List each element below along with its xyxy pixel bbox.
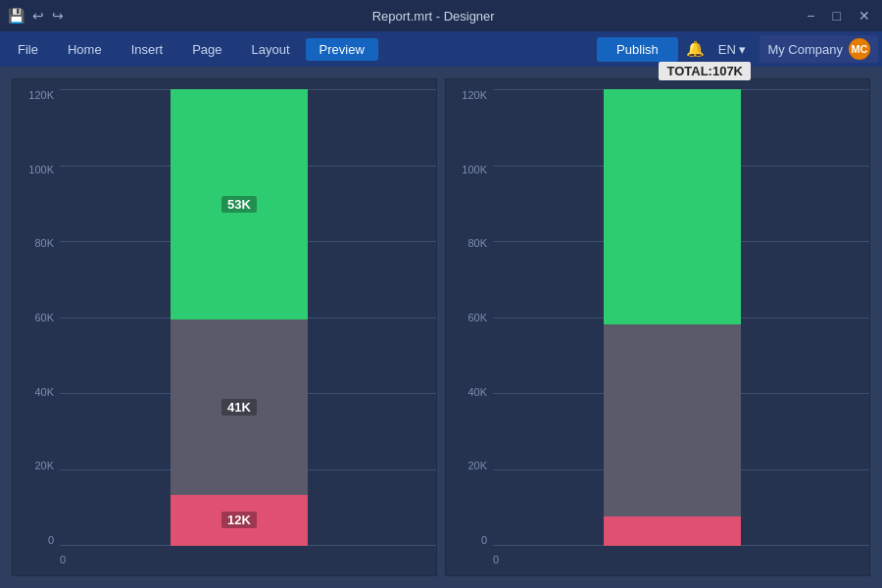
y-axis-1: 0 20K 40K 60K 80K 100K 120K [13, 89, 60, 546]
title-bar: 💾 ↩ ↪ Report.mrt - Designer − □ ✕ [0, 0, 882, 31]
maximize-button[interactable]: □ [829, 8, 845, 24]
bar-label-red-1: 12K [221, 512, 257, 528]
menu-page[interactable]: Page [178, 38, 235, 61]
y-label-100k-2: 100K [446, 164, 493, 175]
x-axis-zero-1: 0 [60, 554, 66, 565]
y-label-60k-2: 60K [446, 312, 493, 323]
company-name: My Company [767, 42, 843, 57]
total-tooltip: TOTAL:107K [659, 62, 751, 80]
bar-segment-green-2 [604, 89, 741, 324]
y-label-120k-2: 120K [446, 89, 493, 101]
chart-panel-1: 0 20K 40K 60K 80K 100K 120K 12K [12, 78, 437, 576]
main-content: 0 20K 40K 60K 80K 100K 120K 12K [0, 67, 882, 588]
bar-stack-1: 12K 41K 53K [171, 89, 308, 546]
y-label-0k: 0 [13, 534, 60, 546]
avatar: MC [849, 38, 870, 60]
undo-icon[interactable]: ↩ [32, 8, 44, 24]
window-buttons: − □ ✕ [803, 8, 874, 24]
menu-insert[interactable]: Insert [118, 38, 177, 61]
minimize-button[interactable]: − [803, 8, 818, 24]
x-axis-zero-2: 0 [493, 554, 499, 565]
y-label-20k-2: 20K [446, 460, 493, 471]
y-label-20k: 20K [13, 460, 60, 471]
y-label-60k: 60K [13, 312, 60, 323]
y-label-120k: 120K [13, 89, 60, 101]
bar-area-1: 12K 41K 53K [62, 89, 416, 546]
y-label-40k-2: 40K [446, 386, 493, 398]
bar-segment-gray-1: 41K [171, 319, 308, 494]
close-button[interactable]: ✕ [855, 8, 874, 24]
menu-preview[interactable]: Preview [306, 38, 378, 61]
y-label-40k: 40K [13, 386, 60, 398]
y-label-80k-2: 80K [446, 237, 493, 249]
bar-label-gray-1: 41K [221, 399, 257, 416]
y-axis-2: 0 20K 40K 60K 80K 100K 120K [446, 89, 493, 546]
save-icon[interactable]: 💾 [8, 8, 24, 24]
bar-stack-2: TOTAL:107K [604, 89, 741, 546]
y-label-0k-2: 0 [446, 534, 493, 546]
bar-segment-green-1: 53K [171, 89, 308, 319]
menu-home[interactable]: Home [54, 38, 116, 61]
publish-button[interactable]: Publish [597, 37, 678, 62]
bar-label-green-1: 53K [221, 196, 257, 213]
company-menu[interactable]: My Company MC [760, 35, 878, 63]
bar-segment-gray-2 [604, 324, 741, 516]
chart-panel-2: 0 20K 40K 60K 80K 100K 120K TOTAL:107K [445, 78, 870, 576]
y-label-80k: 80K [13, 237, 60, 249]
menu-right: Publish 🔔 EN ▾ My Company MC [597, 35, 878, 63]
bar-segment-red-1: 12K [171, 495, 308, 546]
window-title: Report.mrt - Designer [64, 9, 803, 24]
notification-bell-icon[interactable]: 🔔 [686, 40, 705, 58]
language-selector[interactable]: EN ▾ [712, 40, 753, 59]
menu-file[interactable]: File [4, 38, 52, 61]
y-label-100k: 100K [13, 164, 60, 175]
bar-area-2: TOTAL:107K [495, 89, 850, 546]
menu-layout[interactable]: Layout [238, 38, 304, 61]
redo-icon[interactable]: ↪ [52, 8, 64, 24]
bar-segment-red-2 [604, 516, 741, 546]
title-bar-controls: 💾 ↩ ↪ [8, 8, 64, 24]
